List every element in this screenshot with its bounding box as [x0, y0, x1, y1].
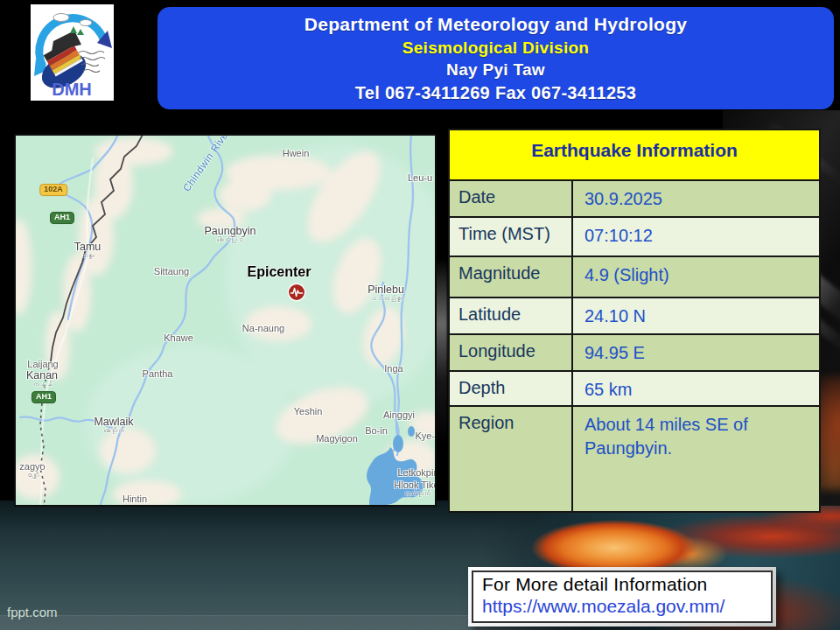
- route-badge-ah1: AH1: [32, 391, 56, 403]
- row-value: 24.10 N: [573, 298, 819, 333]
- fppt-watermark: fppt.com: [7, 605, 58, 620]
- row-label: Longitude: [450, 335, 573, 370]
- map-place-label: Sittaung: [154, 267, 189, 277]
- more-info-box-inner: For More detail Information https://www.…: [472, 570, 773, 623]
- row-label: Latitude: [450, 298, 573, 333]
- map-place-label: Tamuတမူး: [74, 242, 102, 261]
- map-place-label: Hintin: [122, 494, 147, 505]
- slide: DMH Department of Meteorology and Hydrol…: [0, 0, 840, 630]
- city-title: Nay Pyi Taw: [446, 61, 545, 78]
- more-info-text: For More detail Information: [482, 574, 762, 595]
- map-place-label: Pantha: [143, 369, 173, 380]
- map-place-label: Magyigon: [316, 434, 358, 444]
- table-title: Earthquake Information: [450, 130, 819, 181]
- table-row: Depth65 km: [450, 372, 819, 407]
- map-place-label: Pinlebuပင်လည်ဘူး: [368, 284, 404, 304]
- row-value: 30.9.2025: [573, 181, 819, 216]
- map-place-label: Mawlaikမော်လိုက်: [94, 416, 133, 436]
- row-value: 94.95 E: [573, 335, 819, 370]
- row-label: Date: [450, 181, 573, 216]
- row-label: Time (MST): [450, 218, 573, 256]
- map-place-label: Yeshin: [294, 407, 323, 417]
- map-place-label: Bo-in: [365, 426, 388, 437]
- map-place-label: Khawe: [164, 333, 193, 344]
- map-place-label: Hlook Tikeလွတ်တိုက်: [394, 480, 437, 498]
- table-row: Time (MST)07:10:12: [450, 218, 819, 257]
- table-row: RegionAbout 14 miles SE of Paungbyin.: [450, 407, 819, 511]
- row-value: 65 km: [573, 372, 819, 405]
- row-value: 4.9 (Slight): [573, 257, 819, 297]
- table-rows: Date30.9.2025Time (MST)07:10:12Magnitude…: [450, 181, 819, 511]
- title-header: Department of Meteorology and Hydrology …: [158, 7, 834, 109]
- epicenter-map: HweinLeu-uPaungbyinဖေါင်းပြင်TamuတမူးSit…: [14, 134, 437, 507]
- earthquake-info-table: Earthquake Information Date30.9.2025Time…: [448, 129, 821, 513]
- map-place-label: Na-naung: [242, 324, 284, 334]
- table-row: Date30.9.2025: [450, 181, 819, 218]
- map-place-label: Inga: [384, 364, 402, 374]
- route-badge-ah1: AH1: [50, 212, 74, 224]
- dmh-logo: DMH: [31, 4, 114, 101]
- contact-line: Tel 067-3411269 Fax 067-3411253: [355, 84, 636, 102]
- epicenter-marker-icon: [287, 283, 306, 302]
- map-place-label: Kye-in: [415, 431, 437, 442]
- moezala-link[interactable]: https://www.moezala.gov.mm/: [482, 596, 724, 617]
- map-terrain-graphic: [16, 136, 435, 505]
- map-place-label: Paungbyinဖေါင်းပြင်: [204, 226, 256, 245]
- row-label: Depth: [450, 372, 573, 405]
- map-place-label: zagyoဇာဂျို: [19, 462, 45, 480]
- map-place-label: Hwein: [283, 149, 310, 159]
- map-place-label: Laijang: [27, 360, 58, 370]
- dmh-logo-text: DMH: [52, 80, 92, 99]
- table-row: Latitude24.10 N: [450, 298, 819, 335]
- epicenter-label: Epicenter: [248, 264, 312, 280]
- division-title: Seismological Division: [402, 39, 590, 56]
- more-info-box: For More detail Information https://www.…: [468, 567, 776, 626]
- table-row: Longitude94.95 E: [450, 335, 819, 372]
- row-value: About 14 miles SE of Paungbyin.: [573, 407, 819, 511]
- map-place-label: Kananကနန်: [26, 370, 58, 389]
- dmh-logo-graphic: DMH: [31, 4, 114, 101]
- map-place-label: Leu-u: [408, 173, 432, 184]
- map-place-label: Ainggyi: [383, 410, 415, 421]
- route-badge-102a: 102A: [39, 184, 67, 196]
- row-value: 07:10:12: [573, 218, 819, 256]
- map-place-label: Letkokpin: [397, 468, 437, 479]
- department-title: Department of Meteorology and Hydrology: [304, 15, 688, 33]
- row-label: Magnitude: [450, 257, 573, 297]
- table-row: Magnitude4.9 (Slight): [450, 257, 819, 298]
- row-label: Region: [450, 407, 573, 511]
